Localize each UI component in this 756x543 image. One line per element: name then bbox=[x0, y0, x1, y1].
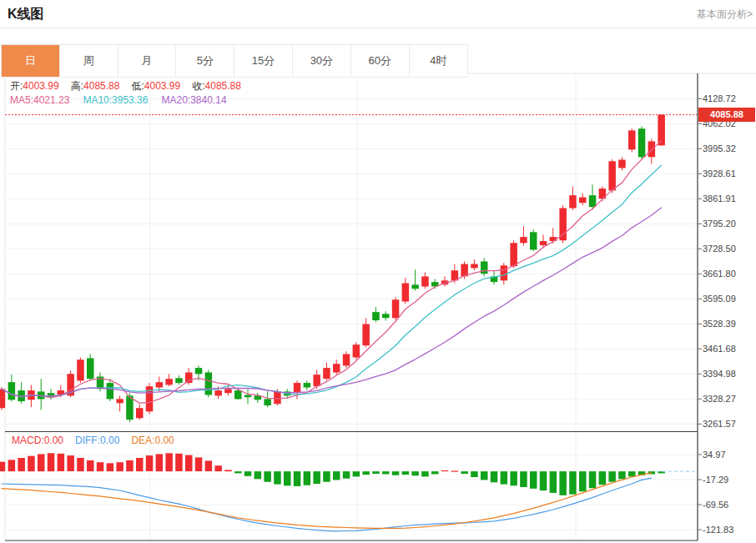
candle bbox=[648, 141, 656, 157]
ma5-line bbox=[2, 141, 662, 404]
candle bbox=[234, 390, 242, 399]
tab-周[interactable]: 周 bbox=[60, 45, 118, 77]
tab-4时[interactable]: 4时 bbox=[410, 45, 468, 77]
candle bbox=[392, 299, 400, 318]
macd-bar bbox=[382, 471, 390, 474]
candle bbox=[175, 378, 183, 383]
macd-bar bbox=[481, 471, 488, 480]
macd-bar bbox=[608, 471, 616, 482]
kline-widget: K线图 基本面分析> 日周月5分15分30分60分4时 开:4003.99高:4… bbox=[0, 0, 756, 543]
macd-bar bbox=[294, 471, 301, 486]
tab-5分[interactable]: 5分 bbox=[176, 45, 234, 77]
candle bbox=[77, 359, 84, 380]
macd-bar bbox=[421, 471, 429, 476]
macd-bar bbox=[353, 471, 360, 476]
price-axis-label: 3728.50 bbox=[703, 244, 736, 254]
price-axis-label: 3528.39 bbox=[703, 319, 736, 329]
ma-row-item: MA20:3840.14 bbox=[161, 94, 226, 106]
candle bbox=[0, 389, 5, 408]
candle bbox=[323, 368, 330, 379]
candle bbox=[501, 265, 508, 280]
candle bbox=[313, 375, 320, 386]
candle bbox=[520, 237, 527, 243]
tab-日[interactable]: 日 bbox=[2, 45, 60, 77]
macd-bar bbox=[618, 471, 626, 479]
candle bbox=[136, 408, 144, 418]
ohlc-row-item: 低:4003.99 bbox=[131, 80, 180, 92]
macd-bar bbox=[97, 462, 104, 471]
macd-bar bbox=[520, 471, 527, 487]
candle bbox=[294, 383, 301, 393]
candle bbox=[530, 232, 537, 249]
macd-bar bbox=[402, 471, 410, 475]
price-axis-label: 3261.57 bbox=[703, 419, 736, 429]
macd-bar bbox=[530, 471, 537, 489]
macd-bar bbox=[411, 471, 419, 475]
candle bbox=[589, 195, 597, 207]
macd-bar bbox=[195, 457, 203, 471]
macd-bar bbox=[569, 471, 577, 495]
macd-bar bbox=[550, 471, 557, 493]
candle bbox=[224, 389, 232, 393]
macd-bar bbox=[589, 471, 597, 488]
candle bbox=[353, 344, 360, 357]
ma-legend-row: MA5:4021.23MA10:3953.36MA20:3840.14 bbox=[10, 94, 240, 106]
candle bbox=[638, 128, 646, 157]
candle bbox=[618, 160, 626, 168]
candle bbox=[481, 261, 488, 274]
candle bbox=[333, 364, 340, 372]
macd-bar bbox=[471, 471, 478, 477]
candle bbox=[205, 373, 213, 395]
ohlc-row-item: 高:4085.88 bbox=[71, 80, 120, 92]
macd-bar bbox=[38, 454, 45, 471]
macd-bar bbox=[107, 463, 114, 471]
macd-axis-label: 34.97 bbox=[703, 450, 726, 460]
candle bbox=[264, 399, 271, 405]
candle bbox=[628, 130, 636, 149]
candle bbox=[244, 395, 252, 398]
ma-row-item: MA5:4021.23 bbox=[10, 94, 69, 106]
candle bbox=[107, 383, 114, 399]
tab-15分[interactable]: 15分 bbox=[234, 45, 293, 77]
period-tabbar: 日周月5分15分30分60分4时 bbox=[1, 44, 468, 78]
candle bbox=[156, 382, 164, 387]
candle bbox=[304, 383, 311, 387]
candle bbox=[540, 241, 547, 245]
macd-bar bbox=[175, 454, 183, 471]
macd-bar bbox=[579, 471, 587, 491]
macd-bar bbox=[224, 470, 232, 471]
macd-axis-label: -17.29 bbox=[703, 475, 728, 485]
macd-row-item: DIFF:0.00 bbox=[75, 435, 119, 446]
macd-bar bbox=[0, 462, 5, 472]
price-axis-label: 3461.68 bbox=[703, 344, 736, 354]
tab-30分[interactable]: 30分 bbox=[293, 45, 351, 77]
macd-histogram bbox=[0, 453, 665, 495]
candle bbox=[116, 399, 123, 403]
macd-bar bbox=[461, 471, 468, 474]
macd-legend-row: MACD:0.00DIFF:0.00DEA:0.00 bbox=[12, 435, 186, 446]
candle bbox=[382, 314, 390, 318]
fundamental-analysis-link[interactable]: 基本面分析> bbox=[697, 8, 753, 22]
macd-bar bbox=[244, 471, 252, 476]
macd-bar bbox=[214, 465, 222, 471]
tab-月[interactable]: 月 bbox=[118, 45, 177, 77]
macd-bar bbox=[628, 471, 636, 476]
ma10-line bbox=[2, 165, 662, 397]
macd-bar bbox=[501, 471, 508, 485]
candle bbox=[362, 324, 370, 346]
price-axis-label: 3861.91 bbox=[703, 194, 736, 204]
macd-bar bbox=[234, 471, 242, 473]
macd-bar bbox=[510, 471, 517, 485]
candle bbox=[402, 284, 410, 302]
candle bbox=[608, 161, 616, 190]
macd-bar bbox=[255, 471, 262, 479]
candle bbox=[195, 368, 203, 374]
tab-60分[interactable]: 60分 bbox=[351, 45, 410, 77]
macd-bar bbox=[392, 471, 400, 475]
candle bbox=[214, 390, 222, 395]
macd-bar bbox=[205, 460, 213, 471]
macd-bar bbox=[87, 460, 94, 471]
price-axis-label: 3928.61 bbox=[703, 168, 736, 178]
macd-bar bbox=[8, 460, 16, 471]
macd-bar bbox=[333, 471, 340, 480]
